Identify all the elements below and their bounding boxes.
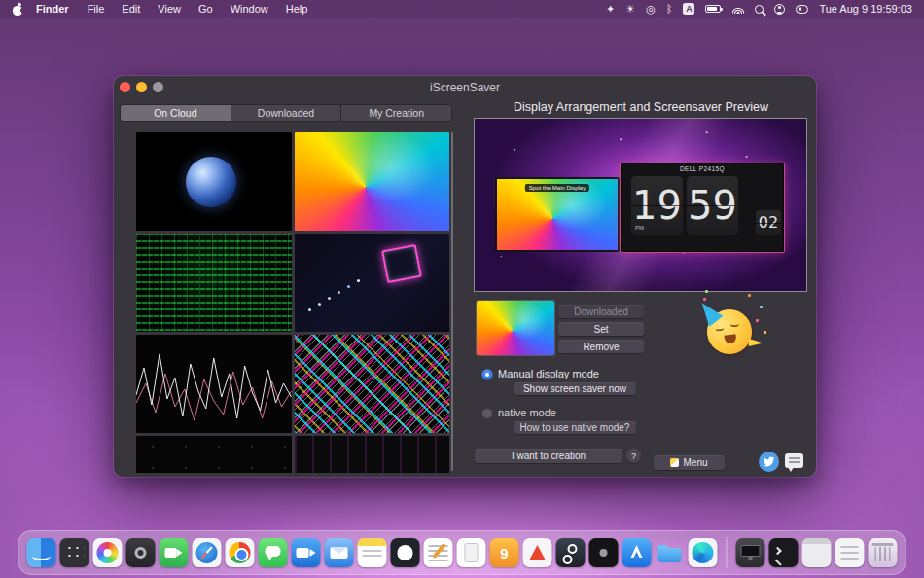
- dock-icon-camera[interactable]: [126, 538, 156, 567]
- dock-icon-pages[interactable]: [457, 538, 486, 567]
- manual-mode-label: Manual display mode: [498, 368, 599, 379]
- display-arrangement-preview: Spot the Main Display DELL P2415Q 19 59 …: [474, 118, 807, 292]
- wifi-icon[interactable]: [731, 2, 744, 16]
- dock-icon-app-store[interactable]: [622, 538, 652, 567]
- app-menu-finder[interactable]: Finder: [36, 3, 69, 15]
- selected-screensaver-thumbnail[interactable]: [477, 301, 554, 355]
- native-mode-radio[interactable]: [481, 408, 493, 419]
- set-button[interactable]: Set: [558, 322, 644, 336]
- menubar: Finder File Edit View Go Window Help ✦ ☀…: [0, 0, 924, 18]
- party-face-emoji: [695, 294, 765, 366]
- user-icon[interactable]: [774, 2, 785, 16]
- battery-icon[interactable]: [705, 2, 721, 16]
- thumbnail-matrix-rain[interactable]: [136, 234, 292, 332]
- search-icon[interactable]: [755, 2, 764, 16]
- menubar-clock[interactable]: Tue Aug 9 19:59:03: [819, 3, 912, 15]
- grid-scrollbar[interactable]: [451, 132, 453, 471]
- downloaded-button[interactable]: Downloaded: [558, 305, 644, 318]
- dock-icon-safari[interactable]: [193, 538, 222, 567]
- screensaver-grid: [136, 132, 449, 473]
- menu-window[interactable]: Window: [231, 3, 268, 15]
- dock-icon-numbers[interactable]: [490, 538, 519, 567]
- waveform-icon: [136, 335, 292, 433]
- dock-icon-finder[interactable]: [27, 538, 56, 567]
- thumbnail-dark-2[interactable]: [295, 436, 450, 473]
- flip-clock-seconds: 02: [756, 210, 781, 235]
- dock-separator: [727, 537, 728, 568]
- dock-icon-preview-window[interactable]: [802, 538, 832, 567]
- dock-icon-messages[interactable]: [259, 538, 288, 567]
- help-button[interactable]: ?: [626, 449, 641, 463]
- party-face-icon: [704, 307, 755, 357]
- twitter-bird-icon: [763, 455, 775, 468]
- thumbnail-earth[interactable]: [136, 132, 292, 231]
- tab-on-cloud[interactable]: On Cloud: [121, 105, 231, 121]
- tab-my-creation[interactable]: My Creation: [341, 105, 451, 121]
- library-tabs: On Cloud Downloaded My Creation: [120, 104, 452, 122]
- menu-file[interactable]: File: [88, 3, 105, 15]
- i-want-to-creation-button[interactable]: I want to creation: [475, 449, 622, 463]
- earth-icon: [186, 157, 236, 207]
- dock-icon-chrome[interactable]: [226, 538, 255, 567]
- menu-button-icon: [670, 458, 679, 467]
- show-screensaver-now-button[interactable]: Show screen saver now: [514, 382, 636, 395]
- thumbnail-neon-square[interactable]: [295, 234, 450, 332]
- dock-icon-launchpad[interactable]: [60, 538, 89, 567]
- dock-icon-trash[interactable]: [869, 538, 898, 567]
- neon-square-icon: [381, 244, 422, 283]
- dock-icon-facetime[interactable]: [160, 538, 189, 567]
- manual-mode-radio[interactable]: [481, 369, 493, 380]
- how-to-use-native-mode-button[interactable]: How to use native mode?: [514, 421, 636, 434]
- main-display-label: Spot the Main Display: [525, 184, 589, 192]
- thumbnail-waveform[interactable]: [136, 335, 292, 433]
- thumbnail-fluid-swirl[interactable]: [295, 132, 450, 231]
- preview-heading: Display Arrangement and Screensaver Prev…: [474, 100, 808, 114]
- control-center-icon[interactable]: ✦: [606, 2, 615, 16]
- thumbnail-neon-mosaic[interactable]: [295, 335, 450, 433]
- party-hat-icon: [694, 298, 723, 327]
- dock-icon-folder[interactable]: [656, 538, 685, 567]
- dock-icon-utility[interactable]: [589, 538, 619, 567]
- external-display[interactable]: DELL P2415Q 19 59 02 PM: [620, 163, 785, 253]
- input-source-icon[interactable]: [683, 2, 694, 16]
- neon-trail-icon: [308, 308, 311, 311]
- menu-edit[interactable]: Edit: [122, 3, 140, 15]
- menu-view[interactable]: View: [158, 3, 181, 15]
- menu-button-label: Menu: [683, 457, 707, 468]
- menu-help[interactable]: Help: [286, 3, 308, 15]
- toggle-icon[interactable]: [796, 2, 808, 16]
- dock-icon-photos[interactable]: [93, 538, 123, 567]
- dock-icon-displays[interactable]: [736, 538, 765, 567]
- feedback-chat-button[interactable]: [785, 453, 803, 468]
- main-display[interactable]: Spot the Main Display: [495, 177, 620, 252]
- remove-button[interactable]: Remove: [558, 340, 644, 353]
- dock: [18, 530, 906, 575]
- menubar-status: ✦ ☀ ◎ ᛒ Tue Aug 9 19:59:03: [606, 2, 912, 16]
- menu-go[interactable]: Go: [198, 3, 213, 15]
- external-display-label: DELL P2415Q: [621, 165, 784, 172]
- tab-downloaded[interactable]: Downloaded: [231, 105, 342, 121]
- iscreensaver-window: iScreenSaver On Cloud Downloaded My Crea…: [114, 76, 816, 477]
- thumbnail-dark-1[interactable]: [136, 436, 292, 473]
- party-horn-icon: [749, 339, 764, 347]
- menu-button[interactable]: Menu: [654, 455, 725, 470]
- dock-icon-flame[interactable]: [523, 538, 552, 567]
- dock-icon-terminal[interactable]: [769, 538, 799, 567]
- screen-mirroring-icon[interactable]: ◎: [646, 2, 656, 16]
- dock-icon-mail[interactable]: [325, 538, 354, 567]
- menubar-left: Finder File Edit View Go Window Help: [12, 3, 316, 16]
- dock-icon-github[interactable]: [391, 538, 420, 567]
- twitter-button[interactable]: [759, 452, 779, 472]
- dock-icon-textedit[interactable]: [424, 538, 453, 567]
- apple-menu-icon[interactable]: [12, 3, 24, 16]
- dock-icon-stack[interactable]: [835, 538, 865, 567]
- flip-clock-meridiem: PM: [635, 225, 644, 231]
- native-mode-label: native mode: [498, 407, 556, 418]
- dock-icon-steam[interactable]: [556, 538, 586, 567]
- bluetooth-icon[interactable]: ᛒ: [666, 2, 673, 16]
- dock-icon-notes[interactable]: [358, 538, 387, 567]
- brightness-icon[interactable]: ☀: [625, 2, 635, 16]
- window-title: iScreenSaver: [114, 81, 816, 94]
- dock-icon-video[interactable]: [292, 538, 321, 567]
- dock-icon-edge[interactable]: [689, 538, 718, 567]
